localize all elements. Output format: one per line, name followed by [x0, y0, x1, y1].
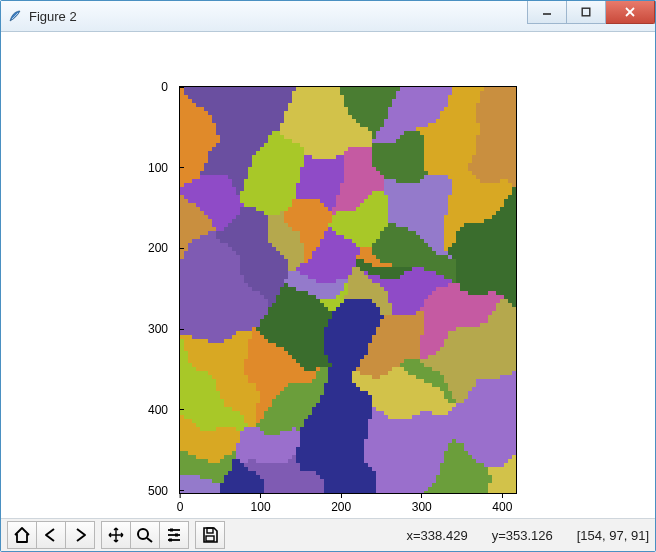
close-button[interactable]: [606, 1, 655, 24]
svg-rect-13: [206, 536, 214, 541]
window-title: Figure 2: [29, 9, 77, 24]
figure-canvas[interactable]: 01002003004005000100200300400: [1, 32, 655, 518]
y-tick: 500: [148, 484, 180, 498]
navigation-toolbar: x=338.429 y=353.126 [154, 97, 91]: [1, 518, 655, 551]
configure-subplots-button[interactable]: [160, 521, 189, 549]
svg-line-5: [147, 538, 152, 542]
x-tick: 300: [412, 493, 432, 514]
x-tick: 400: [492, 493, 512, 514]
y-tick: 0: [161, 80, 180, 94]
minimize-button[interactable]: [527, 1, 567, 24]
home-button[interactable]: [7, 521, 37, 549]
svg-point-4: [138, 529, 148, 539]
window-control-group: [527, 1, 655, 31]
titlebar[interactable]: Figure 2: [1, 1, 655, 32]
cursor-pixel-value: [154, 97, 91]: [577, 528, 649, 543]
zoom-button[interactable]: [131, 521, 160, 549]
segmentation-canvas: [180, 87, 516, 493]
cursor-y: y=353.126: [492, 528, 553, 543]
x-tick: 0: [177, 493, 184, 514]
svg-rect-11: [169, 539, 172, 542]
back-button[interactable]: [37, 521, 66, 549]
y-tick: 400: [148, 403, 180, 417]
save-button[interactable]: [195, 521, 225, 549]
svg-rect-1: [582, 8, 590, 16]
forward-button[interactable]: [66, 521, 95, 549]
cursor-x: x=338.429: [407, 528, 468, 543]
figure-window: Figure 2 01002003004005000100200300400: [0, 0, 656, 552]
tk-feather-icon: [7, 8, 23, 24]
y-tick: 100: [148, 161, 180, 175]
status-bar: x=338.429 y=353.126 [154, 97, 91]: [407, 528, 649, 543]
maximize-button[interactable]: [567, 1, 606, 24]
x-tick: 200: [331, 493, 351, 514]
pan-button[interactable]: [101, 521, 131, 549]
y-tick: 200: [148, 241, 180, 255]
svg-rect-9: [170, 529, 173, 532]
x-tick: 100: [251, 493, 271, 514]
y-tick: 300: [148, 322, 180, 336]
axes-image: 01002003004005000100200300400: [179, 86, 517, 494]
svg-rect-10: [175, 534, 178, 537]
